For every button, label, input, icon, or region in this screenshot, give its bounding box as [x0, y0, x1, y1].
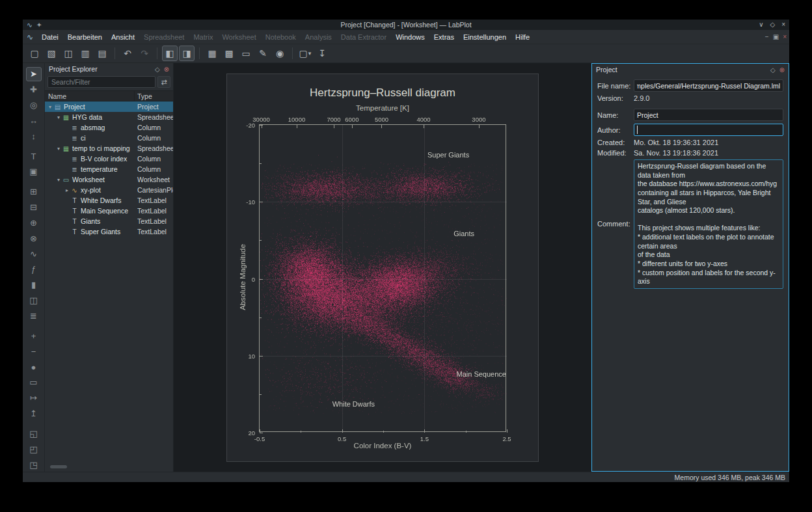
tree-row-project[interactable]: ▾▤ProjectProject: [45, 101, 173, 112]
select-edit-mode-icon[interactable]: ➤: [26, 67, 42, 81]
author-input[interactable]: [634, 124, 783, 136]
dock-float-icon[interactable]: ◇: [155, 66, 160, 73]
print-preview-icon[interactable]: ▤: [94, 46, 110, 61]
worksheet-page[interactable]: Hertzsprung–Russell diagram Temperature …: [226, 74, 539, 462]
zoom-select-mode-icon[interactable]: ◎: [26, 98, 42, 113]
expander-expanded-icon[interactable]: ▾: [47, 104, 53, 110]
tree-row-worksheet[interactable]: ▾▭WorksheetWorksheet: [45, 174, 173, 185]
add-histogram-icon[interactable]: ▮: [26, 278, 42, 292]
tree-row-xy-plot[interactable]: ▸∿xy-plotCartesianPlot: [45, 185, 173, 195]
expander-expanded-icon[interactable]: ▾: [55, 115, 62, 120]
zoom-fit-page-icon[interactable]: ▭: [26, 375, 42, 390]
pin-icon[interactable]: ✦: [36, 21, 42, 29]
zoom-in-icon[interactable]: +: [26, 329, 42, 343]
comment-textarea[interactable]: Hertzsprung-Russel diagram based on the …: [634, 159, 783, 289]
import-file-icon[interactable]: ↧: [314, 46, 330, 61]
zoom-origin-icon[interactable]: ●: [26, 360, 42, 374]
zoom-fit-width-icon[interactable]: ↦: [26, 391, 42, 405]
add-equation-curve-icon[interactable]: ƒ: [26, 262, 42, 276]
add-boxplot-icon[interactable]: ◫: [26, 293, 42, 308]
add-plot-centered-origin-icon[interactable]: ⊗: [26, 231, 42, 245]
dock-close-icon[interactable]: ⊗: [779, 66, 785, 74]
tree-cell-name: ▸∿xy-plot: [45, 186, 135, 194]
menu-bearbeiten[interactable]: Bearbeiten: [63, 31, 107, 43]
new-datapicker-icon[interactable]: ◉: [272, 46, 288, 61]
tree-row-temp-to-ci-mapping[interactable]: ▾▦temp to ci mappingSpreadsheet: [45, 143, 173, 154]
save-project-icon[interactable]: ◫: [61, 46, 76, 61]
horizontal-scrollbar[interactable]: [50, 465, 67, 468]
plot-area[interactable]: -0.50.51.52.5-20-10010203000010000700060…: [259, 124, 506, 432]
search-options-icon[interactable]: ⇄: [157, 76, 170, 88]
menu-einstellungen[interactable]: Einstellungen: [459, 31, 511, 43]
tree-row-white-dwarfs[interactable]: TWhite DwarfsTextLabel: [45, 195, 173, 206]
app-menu-icon[interactable]: ∿: [27, 33, 33, 42]
new-worksheet-icon[interactable]: ▭: [238, 46, 254, 61]
tree-item-name: Worksheet: [72, 176, 105, 183]
print-icon[interactable]: ▥: [77, 46, 93, 61]
expander-collapsed-icon[interactable]: ▸: [64, 187, 70, 193]
menu-ansicht[interactable]: Ansicht: [107, 31, 139, 43]
toggle-properties-explorer-icon[interactable]: ◨: [179, 46, 195, 61]
expander-expanded-icon[interactable]: ▾: [55, 177, 62, 183]
add-plot-two-axes-icon[interactable]: ⊟: [26, 200, 42, 215]
zoom-out-icon[interactable]: −: [26, 344, 42, 358]
titlebar[interactable]: ∿ ✦ Project [Changed] - [Worksheet] — La…: [23, 20, 789, 30]
add-plot-centered-axes-icon[interactable]: ⊕: [26, 216, 42, 230]
maximize-button[interactable]: ◇: [770, 21, 775, 28]
subwindow-close-icon[interactable]: ×: [783, 33, 787, 40]
new-project-icon[interactable]: ▢: [27, 46, 42, 61]
project-explorer-header[interactable]: Project Explorer ◇ ⊗: [45, 63, 173, 75]
zoom-x-select-mode-icon[interactable]: ↔: [26, 114, 42, 128]
column-header-name[interactable]: Name: [45, 91, 135, 101]
tree-row-b-v-color-index[interactable]: ≣B-V color indexColumn: [45, 154, 173, 164]
auto-scale-x-icon[interactable]: ◱: [26, 426, 42, 440]
add-plot-four-axes-icon[interactable]: ⊞: [26, 185, 42, 199]
name-input[interactable]: [634, 109, 783, 121]
new-matrix-icon[interactable]: ▩: [221, 46, 237, 61]
tree-row-main-sequence[interactable]: TMain SequenceTextLabel: [45, 206, 173, 216]
menu-extras[interactable]: Extras: [429, 31, 459, 43]
tree-row-super-giants[interactable]: TSuper GiantsTextLabel: [45, 226, 173, 237]
auto-scale-all-icon[interactable]: ◳: [26, 457, 42, 472]
tree-row-hyg-data[interactable]: ▾▦HYG dataSpreadsheet: [45, 112, 173, 122]
x-minor-tick: [383, 431, 384, 433]
file-name-input[interactable]: [634, 79, 783, 92]
tree-row-giants[interactable]: TGiantsTextLabel: [45, 216, 173, 226]
menu-hilfe[interactable]: Hilfe: [511, 31, 534, 43]
new-object-dropdown-icon[interactable]: ▢▾: [297, 46, 313, 61]
dock-float-icon[interactable]: ◇: [770, 66, 776, 74]
expander-expanded-icon[interactable]: ▾: [55, 146, 62, 152]
new-notebook-icon[interactable]: ✎: [255, 46, 271, 61]
tree-row-absmag[interactable]: ≣absmagColumn: [45, 122, 173, 133]
auto-scale-y-icon[interactable]: ◰: [26, 442, 42, 456]
add-legend-icon[interactable]: ≣: [26, 309, 42, 323]
zoom-fit-height-icon[interactable]: ↥: [26, 407, 42, 421]
add-xy-curve-icon[interactable]: ∿: [26, 247, 42, 261]
tree-row-ci[interactable]: ≣ciColumn: [45, 133, 173, 143]
new-spreadsheet-icon[interactable]: ▦: [204, 46, 220, 61]
minimize-button[interactable]: ∨: [759, 21, 763, 28]
tree-column-headers[interactable]: Name Type: [45, 90, 173, 101]
top-tick: [479, 125, 480, 128]
worksheet-view[interactable]: Hertzsprung–Russell diagram Temperature …: [174, 63, 591, 472]
add-text-label-icon[interactable]: T: [26, 149, 42, 163]
dock-close-icon[interactable]: ⊗: [164, 66, 169, 73]
menu-datei[interactable]: Datei: [37, 31, 63, 43]
zoom-y-select-mode-icon[interactable]: ↕: [26, 129, 42, 143]
search-input[interactable]: [47, 76, 156, 88]
tree-item-type: Worksheet: [135, 176, 173, 183]
y-minor-tick: [260, 240, 262, 241]
subwindow-minimize-icon[interactable]: −: [765, 33, 769, 40]
toggle-project-explorer-icon[interactable]: ◧: [162, 46, 178, 61]
navigate-mode-icon[interactable]: ✚: [26, 83, 42, 97]
column-header-type[interactable]: Type: [135, 91, 173, 101]
add-image-icon[interactable]: ▣: [26, 165, 42, 179]
properties-header[interactable]: Project ◇ ⊗: [592, 64, 789, 75]
subwindow-restore-icon[interactable]: ▣: [773, 33, 779, 40]
redo-icon[interactable]: ↷: [137, 46, 152, 61]
close-button[interactable]: ×: [781, 21, 785, 28]
menu-windows[interactable]: Windows: [391, 31, 429, 43]
open-project-icon[interactable]: ▧: [44, 46, 59, 61]
tree-row-temperature[interactable]: ≣temperatureColumn: [45, 164, 173, 174]
undo-icon[interactable]: ↶: [120, 46, 135, 61]
